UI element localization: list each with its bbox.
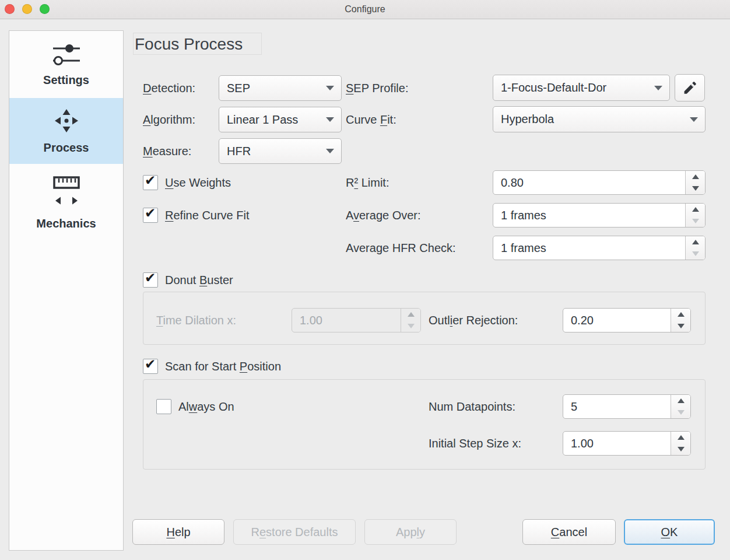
check-icon: ✔ — [145, 271, 156, 285]
spin-down-button — [686, 248, 705, 260]
r2-limit-spinbox: 0.80 — [493, 170, 706, 195]
always-on-checkbox[interactable]: ✔ — [156, 399, 171, 414]
page-title: Focus Process — [133, 33, 262, 55]
help-button[interactable]: Help — [132, 519, 224, 545]
spin-down-button[interactable] — [686, 183, 705, 194]
sep-profile-combo[interactable]: 1-Focus-Default-Dor — [493, 75, 670, 101]
curve-fit-combo[interactable]: Hyperbola — [493, 106, 706, 132]
measure-label: Measure: — [143, 138, 191, 164]
measure-combo[interactable]: HFR — [219, 138, 342, 164]
chevron-down-icon — [326, 117, 334, 122]
chevron-down-icon — [326, 149, 334, 153]
num-datapoints-value[interactable]: 5 — [563, 395, 671, 418]
always-on-row: ✔ Always On — [156, 399, 234, 414]
ok-button[interactable]: OK — [624, 519, 715, 545]
donut-buster-checkbox[interactable]: ✔ — [143, 272, 158, 288]
average-hfr-check-spinbox: 1 frames — [493, 236, 706, 260]
apply-button: Apply — [364, 519, 457, 545]
initial-step-size-value[interactable]: 1.00 — [563, 432, 671, 455]
restore-defaults-button-label: Restore Defaults — [251, 526, 338, 539]
edit-profile-button[interactable] — [675, 74, 705, 102]
average-hfr-check-label: Average HFR Check: — [346, 236, 456, 260]
sep-profile-label: SEP Profile: — [346, 75, 408, 101]
outlier-rejection-spinbox: 0.20 — [563, 308, 691, 332]
num-datapoints-label: Num Datapoints: — [429, 394, 515, 419]
cancel-button-label: Cancel — [551, 526, 587, 539]
scan-start-label[interactable]: Scan for Start Position — [165, 360, 281, 373]
use-weights-checkbox[interactable]: ✔ — [143, 175, 158, 190]
check-icon: ✔ — [145, 173, 156, 188]
outlier-rejection-label: Outlier Rejection: — [429, 308, 518, 332]
spin-down-button[interactable] — [671, 443, 690, 455]
chevron-down-icon — [690, 117, 698, 122]
help-button-label: Help — [166, 526, 190, 539]
initial-step-size-spinbox: 1.00 — [563, 431, 691, 456]
spin-up-button — [401, 309, 420, 320]
spin-up-button[interactable] — [671, 309, 690, 320]
detection-combo[interactable]: SEP — [219, 75, 342, 101]
chevron-down-icon — [654, 86, 662, 90]
detection-label: Detection: — [143, 75, 195, 101]
spin-buttons — [685, 236, 705, 260]
pencil-icon — [682, 80, 698, 96]
r2-limit-label: R² Limit: — [346, 170, 389, 195]
spin-up-button[interactable] — [686, 236, 705, 248]
average-over-spinbox: 1 frames — [493, 203, 706, 228]
apply-button-label: Apply — [396, 526, 425, 539]
spin-down-button — [686, 215, 705, 227]
donut-buster-row: ✔ Donut Buster — [143, 272, 233, 288]
check-icon: ✔ — [145, 357, 156, 372]
curve-fit-label: Curve Fit: — [346, 107, 396, 132]
refine-curve-fit-label[interactable]: Refine Curve Fit — [165, 209, 250, 222]
spin-up-button[interactable] — [671, 432, 690, 443]
time-dilation-value: 1.00 — [292, 309, 401, 332]
algorithm-combo[interactable]: Linear 1 Pass — [219, 107, 342, 132]
spin-buttons — [685, 171, 705, 194]
refine-curve-fit-checkbox[interactable]: ✔ — [143, 208, 158, 223]
scan-start-row: ✔ Scan for Start Position — [143, 359, 281, 374]
spin-up-button[interactable] — [686, 171, 705, 183]
algorithm-label: Algorithm: — [143, 107, 195, 132]
configure-dialog: Configure Settings — [0, 0, 730, 560]
average-over-label: Average Over: — [346, 203, 421, 228]
use-weights-label[interactable]: Use Weights — [165, 176, 231, 190]
spin-buttons — [671, 432, 690, 455]
scan-start-group — [143, 379, 706, 470]
chevron-down-icon — [326, 86, 334, 90]
ok-button-label: OK — [661, 526, 678, 539]
time-dilation-label: Time Dilation x: — [156, 308, 236, 332]
measure-combo-value: HFR — [227, 145, 321, 158]
average-hfr-check-value[interactable]: 1 frames — [493, 236, 685, 260]
algorithm-combo-value: Linear 1 Pass — [227, 113, 321, 127]
initial-step-size-label: Initial Step Size x: — [429, 431, 521, 456]
spin-down-button[interactable] — [671, 320, 690, 332]
donut-buster-label[interactable]: Donut Buster — [165, 274, 233, 287]
main-panel: Focus Process Detection: SEP SEP Profile… — [0, 0, 730, 560]
restore-defaults-button: Restore Defaults — [233, 519, 356, 545]
spin-up-button[interactable] — [671, 395, 690, 407]
average-over-value[interactable]: 1 frames — [493, 204, 685, 227]
curve-fit-combo-value: Hyperbola — [501, 113, 685, 126]
outlier-rejection-value[interactable]: 0.20 — [563, 309, 671, 332]
spin-buttons — [671, 309, 690, 332]
spin-buttons — [685, 204, 705, 227]
spin-up-button[interactable] — [686, 204, 705, 215]
detection-combo-value: SEP — [227, 82, 321, 95]
spin-down-button — [401, 320, 420, 332]
spin-buttons — [401, 309, 420, 332]
time-dilation-spinbox: 1.00 — [292, 308, 421, 332]
sep-profile-combo-value: 1-Focus-Default-Dor — [501, 81, 650, 94]
num-datapoints-spinbox: 5 — [563, 394, 691, 419]
always-on-label[interactable]: Always On — [178, 400, 234, 414]
refine-curve-fit-row: ✔ Refine Curve Fit — [143, 208, 250, 223]
scan-start-checkbox[interactable]: ✔ — [143, 359, 158, 374]
cancel-button[interactable]: Cancel — [522, 519, 616, 545]
spin-down-button — [671, 407, 690, 418]
check-icon: ✔ — [145, 206, 156, 220]
spin-buttons — [671, 395, 690, 418]
use-weights-row: ✔ Use Weights — [143, 175, 231, 190]
r2-limit-value[interactable]: 0.80 — [493, 171, 685, 194]
